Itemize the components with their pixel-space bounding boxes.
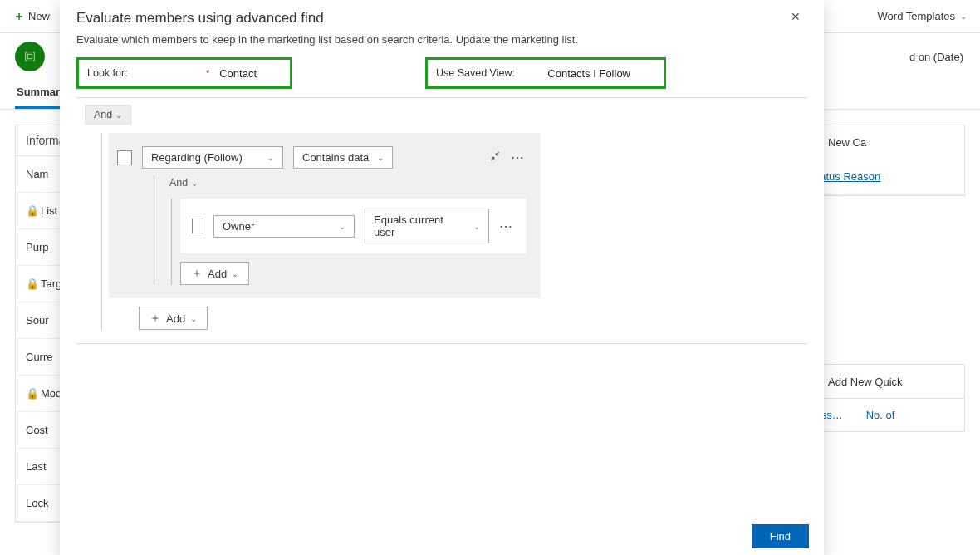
record-entity-icon	[15, 42, 45, 71]
look-for-label: Look for:	[87, 67, 128, 79]
modal-subtitle: Evaluate which members to keep in the ma…	[60, 33, 824, 57]
row-checkbox[interactable]	[192, 219, 203, 233]
collapse-icon[interactable]	[489, 150, 501, 165]
nested-and-operator[interactable]: And ⌄	[164, 175, 203, 190]
divider	[76, 343, 807, 344]
lock-icon: 🔒	[26, 204, 37, 217]
chevron-down-icon: ⌄	[190, 314, 197, 323]
svg-rect-1	[27, 54, 32, 58]
plus-icon: ＋	[149, 311, 161, 326]
new-record-button[interactable]: ＋ New	[7, 6, 56, 27]
look-for-value: Contact	[219, 67, 282, 80]
header-date-field-label: d on (Date)	[909, 51, 963, 63]
add-condition-outer[interactable]: ＋ Add ⌄	[139, 307, 208, 330]
word-templates-label: Word Templates	[878, 10, 955, 22]
find-button[interactable]: Find	[752, 524, 809, 548]
new-ca-button[interactable]: ＋ New Ca	[800, 125, 964, 159]
chevron-down-icon: ⌄	[377, 153, 384, 162]
field-picker-regarding[interactable]: Regarding (Follow) ⌄	[142, 146, 283, 169]
row-more-menu[interactable]: ⋯	[499, 219, 514, 234]
chevron-down-icon: ⌄	[115, 111, 122, 120]
lock-icon: 🔒	[26, 387, 37, 400]
look-for-selector[interactable]: Look for: * Contact	[76, 57, 292, 89]
operator-picker-contains[interactable]: Contains data ⌄	[293, 146, 393, 169]
root-and-operator[interactable]: And ⌄	[85, 105, 131, 125]
word-templates-menu[interactable]: Word Templates ⌄	[871, 7, 973, 26]
add-condition-inner[interactable]: ＋ Add ⌄	[180, 262, 249, 285]
chevron-down-icon: ⌄	[339, 222, 345, 231]
plus-icon: ＋	[13, 9, 25, 24]
chevron-down-icon: ⌄	[473, 222, 480, 231]
close-icon[interactable]: ✕	[791, 10, 801, 23]
no-of-link[interactable]: No. of	[866, 409, 895, 421]
row-checkbox[interactable]	[117, 150, 132, 165]
field-picker-owner[interactable]: Owner ⌄	[213, 215, 355, 238]
chevron-down-icon: ⌄	[267, 153, 274, 162]
new-label: New	[28, 10, 50, 22]
operator-picker-equals-current-user[interactable]: Equals current user ⌄	[365, 209, 489, 243]
modal-title: Evaluate members using advanced find	[76, 10, 324, 27]
svg-rect-0	[26, 52, 35, 61]
lock-icon: 🔒	[26, 278, 37, 290]
add-new-quick-button[interactable]: ＋ Add New Quick	[800, 365, 964, 398]
plus-icon: ＋	[191, 266, 203, 281]
saved-view-value: Contacts I Follow	[547, 67, 655, 80]
chevron-down-icon: ⌄	[232, 269, 238, 278]
row-more-menu[interactable]: ⋯	[511, 150, 526, 165]
required-indicator: *	[206, 68, 209, 78]
saved-view-label: Use Saved View:	[436, 67, 515, 79]
chevron-down-icon: ⌄	[191, 179, 198, 188]
advanced-find-modal: Evaluate members using advanced find ✕ E…	[60, 0, 824, 555]
saved-view-selector[interactable]: Use Saved View: Contacts I Follow	[425, 57, 666, 89]
chevron-down-icon: ⌄	[960, 12, 967, 21]
